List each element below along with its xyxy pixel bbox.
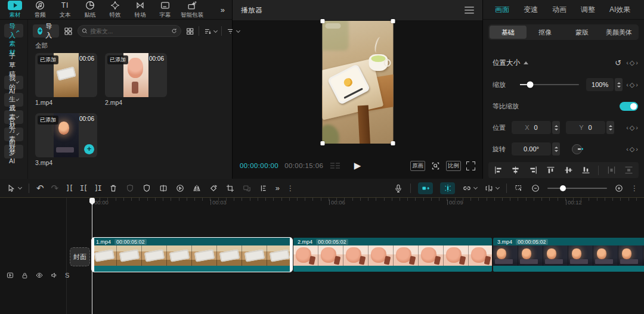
zoom-out-icon[interactable] [531,184,540,193]
align-bottom-icon[interactable] [581,165,591,175]
freeze-frame-icon[interactable] [159,184,168,193]
tab-animation[interactable]: 动画 [552,5,566,15]
mirror-icon[interactable] [192,184,202,193]
sort-dropdown[interactable] [203,27,217,36]
scale-stepper[interactable] [615,78,623,91]
add-to-timeline-button[interactable] [84,144,94,154]
delete-icon[interactable] [109,184,118,193]
sidebar-item-subdraft[interactable]: 子草稿 [4,58,23,72]
reset-icon[interactable] [615,58,621,67]
crop-icon[interactable] [225,184,235,193]
tab-speed[interactable]: 变速 [524,5,538,15]
fullscreen-icon[interactable] [466,161,475,170]
split-icon[interactable]: ][ [66,184,73,192]
main-track-magnet-button[interactable] [418,182,433,194]
ratio-button[interactable]: 比例 [446,161,461,171]
grid-view-icon[interactable] [185,27,194,36]
timeline-zoom-slider[interactable] [547,188,607,189]
original-quality-button[interactable]: 原画 [410,161,425,171]
align-right-icon[interactable] [528,165,538,175]
resize-handle[interactable] [391,19,395,23]
video-preview[interactable] [322,21,393,144]
focus-icon[interactable] [431,161,441,171]
keyframe-diamond-icon[interactable] [630,59,634,67]
playhead[interactable] [89,198,95,314]
resize-handle[interactable] [391,141,395,145]
subtab-cutout[interactable]: 抠像 [527,26,564,39]
keyframe-diamond-icon[interactable] [630,81,634,89]
keyframe-diamond-icon[interactable] [630,124,634,132]
speed-icon[interactable] [175,184,185,193]
subtab-mask[interactable]: 蒙版 [564,26,600,39]
tab-text[interactable]: TI 文本 [52,1,78,19]
adjust-list-icon[interactable] [259,184,268,193]
tab-transitions[interactable]: 转场 [128,1,153,19]
position-y-field[interactable]: Y0 [566,121,605,134]
rotate-icon[interactable] [209,184,218,193]
keyframe-next-icon[interactable] [636,145,638,153]
resize-handle[interactable] [320,141,324,145]
tab-picture[interactable]: 画面 [495,5,509,15]
player-menu-icon[interactable] [465,5,474,15]
tab-smart-pack[interactable]: 智能包装 [178,1,206,19]
timeline-clip-3[interactable]: 3.mp4 00:00:05:02 [493,238,644,272]
timeline-clip-1[interactable]: 1.mp4 00:00:05:02 [92,238,292,272]
undo-icon[interactable] [36,183,44,194]
media-card-2[interactable]: 已添加 00:06 2.mp4 [105,53,167,106]
collapse-icon[interactable] [524,61,528,64]
search-input[interactable] [90,28,169,35]
record-voiceover-icon[interactable] [394,184,403,193]
uniform-scale-toggle[interactable] [620,102,638,111]
split-left-icon[interactable]: I[ [80,184,87,192]
tab-media[interactable]: 素材 [2,1,27,19]
timeline-overflow-icon[interactable] [631,184,638,192]
mute-track-icon[interactable] [50,271,58,279]
material-library-icon[interactable] [63,26,73,36]
toggle-visibility-icon[interactable] [35,271,44,279]
keyframe-prev-icon[interactable] [626,59,628,66]
align-top-icon[interactable] [546,165,556,175]
scale-slider[interactable] [520,84,579,85]
tab-ai-effects[interactable]: AI效果 [609,5,630,15]
tab-adjust[interactable]: 调整 [581,5,595,15]
tab-effects[interactable]: 特效 [103,1,128,19]
sidebar-item-import[interactable]: 导入 [4,24,23,38]
keyframe-next-icon[interactable] [636,59,638,66]
tab-captions[interactable]: 字幕 [153,1,178,19]
timeline-ruler[interactable]: 00:00 00:03 00:06 00:09 00:12 [0,198,644,213]
tab-audio[interactable]: 音频 [27,1,52,19]
keyframe-next-icon[interactable] [636,81,638,88]
align-center-vertical-icon[interactable] [564,165,574,175]
rotation-dial[interactable] [572,144,582,154]
link-dropdown[interactable] [462,184,477,193]
keyframe-prev-icon[interactable] [626,81,628,88]
media-card-3[interactable]: 已添加 00:06 3.mp4 [35,113,97,166]
marquee-select-icon[interactable] [514,184,524,193]
rotation-value-field[interactable]: 0.00° [512,142,551,156]
toolbar-expand-icon[interactable] [221,5,225,14]
keyframe-prev-icon[interactable] [626,124,628,131]
solo-track-button[interactable]: S [65,272,69,279]
cover-button[interactable]: 封面 [70,247,90,266]
resize-handle[interactable] [320,19,324,23]
subtab-basic[interactable]: 基础 [490,26,527,39]
preview-axis-dropdown[interactable] [484,184,499,193]
position-x-stepper[interactable] [552,121,560,134]
position-x-field[interactable]: X0 [512,121,551,134]
refresh-icon[interactable] [171,27,178,35]
split-right-icon[interactable]: ]I [94,184,101,192]
lock-track-icon[interactable] [21,272,29,279]
timeline-clip-2[interactable]: 2.mp4 00:00:05:02 [293,238,492,272]
zoom-in-icon[interactable] [614,184,624,193]
keyframe-next-icon[interactable] [636,124,638,131]
keyframe-prev-icon[interactable] [626,145,628,153]
tab-stickers[interactable]: 贴纸 [78,1,103,19]
media-card-1[interactable]: 已添加 00:06 1.mp4 [35,53,97,106]
scale-value-field[interactable]: 100% [586,78,614,91]
sidebar-item-jimeng-ai[interactable]: 即梦AI [4,145,23,158]
select-tool-dropdown[interactable] [6,184,21,193]
shield-icon[interactable] [142,184,151,193]
import-button[interactable]: 导入 [33,24,59,38]
align-left-icon[interactable] [493,165,503,175]
more-tools-icon[interactable] [275,184,280,192]
